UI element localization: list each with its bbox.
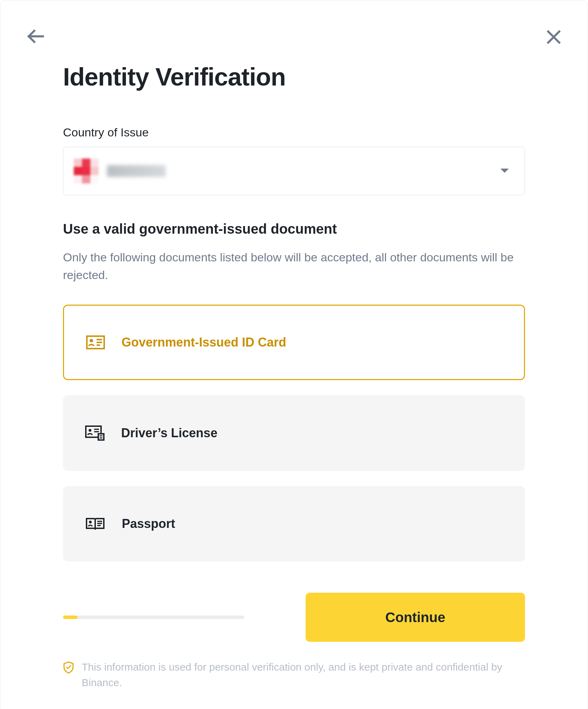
privacy-text: This information is used for personal ve…: [82, 659, 525, 690]
document-section-heading: Use a valid government-issued document: [63, 221, 525, 237]
country-name-redacted: [107, 165, 166, 177]
identity-verification-modal: Identity Verification Country of Issue U…: [0, 0, 588, 709]
id-card-icon: [86, 335, 105, 349]
svg-rect-9: [98, 434, 104, 440]
close-icon: [546, 29, 561, 45]
country-select[interactable]: [63, 147, 525, 195]
document-option-label: Passport: [122, 517, 175, 531]
document-option-label: Government-Issued ID Card: [121, 335, 286, 350]
shield-check-icon: [63, 661, 74, 674]
country-selected-value: [74, 159, 166, 183]
svg-point-6: [89, 429, 91, 432]
country-flag-redacted: [74, 159, 99, 183]
page-title: Identity Verification: [63, 63, 525, 91]
modal-content: Identity Verification Country of Issue U…: [63, 25, 525, 690]
progress-fill: [63, 616, 78, 619]
svg-point-12: [89, 521, 92, 523]
document-option-drivers-license[interactable]: Driver’s License: [63, 395, 525, 471]
passport-icon: [85, 517, 105, 531]
document-option-id-card[interactable]: Government-Issued ID Card: [63, 305, 525, 380]
continue-button[interactable]: Continue: [306, 593, 525, 642]
progress-bar: [63, 616, 244, 619]
close-button[interactable]: [546, 29, 561, 46]
arrow-left-icon: [27, 29, 44, 43]
privacy-note: This information is used for personal ve…: [63, 659, 525, 690]
footer-row: Continue: [63, 593, 525, 642]
svg-point-1: [90, 339, 93, 342]
document-options-list: Government-Issued ID Card Driver’: [63, 305, 525, 562]
drivers-license-icon: [85, 425, 105, 441]
document-section-description: Only the following documents listed belo…: [63, 249, 525, 284]
country-label: Country of Issue: [63, 126, 525, 139]
chevron-down-icon: [500, 168, 509, 174]
document-option-passport[interactable]: Passport: [63, 486, 525, 562]
document-option-label: Driver’s License: [121, 426, 217, 440]
back-button[interactable]: [27, 29, 44, 45]
